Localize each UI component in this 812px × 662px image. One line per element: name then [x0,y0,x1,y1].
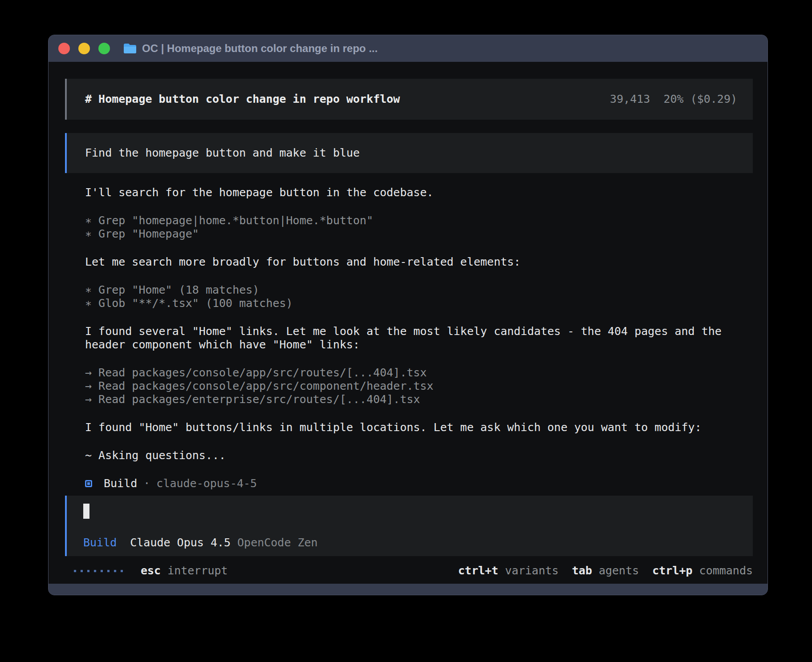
shortcut-label: commands [699,564,753,577]
assistant-text-block: ~ Asking questions... [85,449,753,462]
status-bar: esc interrupt ctrl+tvariantstabagentsctr… [65,564,753,577]
input-meta: Build Claude Opus 4.5 OpenCode Zen [83,536,737,549]
shortcut-label: interrupt [167,564,227,577]
spinner-dot [114,570,116,572]
tool-call-line: → Read packages/console/app/src/componen… [85,379,753,393]
assistant-text-line: header component which have "Home" links… [85,338,753,351]
shortcut-key: tab [572,564,592,577]
input-agent-name: Build [83,536,117,549]
assistant-text-line: Let me search more broadly for buttons a… [85,255,753,269]
agent-model: claude-opus-4-5 [156,477,257,490]
tool-call-line: ∗ Grep "Homepage" [85,227,753,241]
spinner-dot [74,570,76,572]
assistant-text-line: I'll search for the homepage button in t… [85,186,753,199]
text-cursor [83,504,89,519]
assistant-text-block: Let me search more broadly for buttons a… [85,255,753,269]
shortcut-commands: ctrl+pcommands [652,564,753,577]
assistant-text-block: I found several "Home" links. Let me loo… [85,325,753,351]
session-title: # Homepage button color change in repo w… [85,93,400,106]
assistant-text-block: I'll search for the homepage button in t… [85,186,753,199]
assistant-text-line: ~ Asking questions... [85,449,753,462]
assistant-text-block: I found "Home" buttons/links in multiple… [85,421,753,434]
tool-call-line: → Read packages/console/app/src/routes/[… [85,366,753,379]
titlebar: OC | Homepage button color change in rep… [49,35,767,62]
tool-call-block: → Read packages/console/app/src/routes/[… [85,366,753,406]
conversation: I'll search for the homepage button in t… [65,186,753,490]
terminal-content: # Homepage button color change in repo w… [49,62,767,584]
agent-build-icon-fill [87,482,90,485]
assistant-text-line: I found several "Home" links. Let me loo… [85,325,753,338]
close-button[interactable] [58,43,70,54]
maximize-button[interactable] [98,43,110,54]
agent-name: Build [104,477,137,490]
tool-call-block: ∗ Grep "homepage|home.*button|Home.*butt… [85,214,753,241]
session-stats: 39,413 20% ($0.29) [610,93,737,106]
shortcut-label: variants [505,564,558,577]
agent-status-row: Build·claude-opus-4-5 [85,477,753,490]
tool-call-line: ∗ Grep "Home" (18 matches) [85,283,753,297]
shortcut-label: agents [599,564,639,577]
assistant-text-line: I found "Home" buttons/links in multiple… [85,421,753,434]
window-title: OC | Homepage button color change in rep… [142,42,378,55]
prompt-input[interactable]: Build Claude Opus 4.5 OpenCode Zen [65,496,753,556]
agent-build-icon [85,480,92,487]
spinner-dot [107,570,110,572]
shortcut-interrupt: esc interrupt [141,564,228,577]
user-message-text: Find the homepage button and make it blu… [85,146,360,160]
shortcut-key: esc [141,564,161,577]
input-model-name: Claude Opus 4.5 [130,536,231,549]
terminal-window: OC | Homepage button color change in rep… [48,35,768,595]
folder-icon [123,43,137,54]
status-shortcuts: ctrl+tvariantstabagentsctrl+pcommands [458,564,753,577]
context-usage: 20% ($0.29) [663,93,737,106]
token-count: 39,413 [610,93,650,106]
window-bottom-edge [49,584,767,595]
minimize-button[interactable] [78,43,90,54]
shortcut-key: ctrl+t [458,564,498,577]
separator-dot: · [143,477,150,490]
tool-call-block: ∗ Grep "Home" (18 matches)∗ Glob "**/*.t… [85,283,753,310]
tool-call-line: ∗ Glob "**/*.tsx" (100 matches) [85,297,753,310]
tool-call-line: → Read packages/enterprise/src/routes/[.… [85,393,753,406]
spinner-dots [74,570,123,572]
spinner-dot [87,570,89,572]
session-header: # Homepage button color change in repo w… [65,79,753,120]
spinner-dot [94,570,96,572]
shortcut-key: ctrl+p [652,564,692,577]
spinner-dot [101,570,103,572]
shortcut-agents: tabagents [572,564,639,577]
spinner-dot [121,570,123,572]
input-provider-name: OpenCode Zen [237,536,318,549]
spinner-dot [81,570,83,572]
tool-call-line: ∗ Grep "homepage|home.*button|Home.*butt… [85,214,753,227]
user-message: Find the homepage button and make it blu… [65,133,753,173]
shortcut-variants: ctrl+tvariants [458,564,559,577]
